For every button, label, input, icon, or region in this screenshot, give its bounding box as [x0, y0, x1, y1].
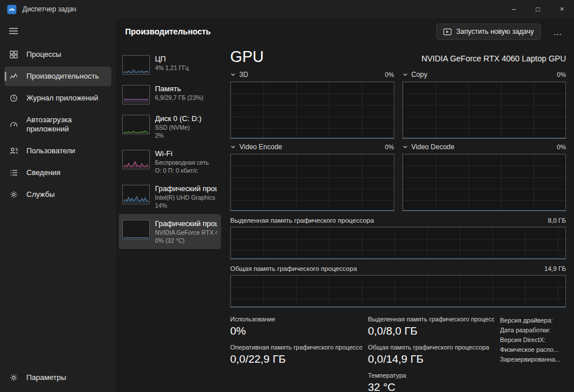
- stat-usage: Использование 0%: [230, 316, 368, 337]
- info-label: Физическое распо...: [500, 345, 566, 355]
- details-icon: [9, 169, 18, 177]
- perf-item-name: ЦП: [155, 54, 217, 64]
- perf-item-gpu-intel[interactable]: Графический процессор Intel(R) UHD Graph…: [119, 179, 221, 214]
- close-button[interactable]: ×: [550, 0, 574, 18]
- chevron-down-icon[interactable]: [230, 72, 236, 77]
- perf-item-detail: О: 0 П: 0 кбит/с: [155, 166, 217, 174]
- gpu-device-name: NVIDIA GeForce RTX 4060 Laptop GPU: [421, 54, 566, 67]
- stat-shared-memory: Общая память графического процессора 0,0…: [368, 344, 500, 366]
- sidebar-item-startup-apps[interactable]: Автозагрузка приложений: [5, 110, 111, 139]
- perf-item-wifi[interactable]: Wi-Fi Беспроводная сеть О: 0 П: 0 кбит/с: [119, 144, 221, 179]
- chart-dedicated-memory: Выделенная память графического процессор…: [230, 211, 566, 259]
- sidebar-item-label: Производительность: [26, 72, 99, 81]
- window-title: Диспетчер задач: [22, 5, 76, 13]
- chart-canvas-shared-memory: [230, 275, 566, 308]
- hamburger-icon: [9, 28, 18, 34]
- chart-percent: 0%: [385, 71, 394, 78]
- sidebar-item-app-history[interactable]: Журнал приложений: [5, 88, 111, 108]
- sidebar: Процессы Производительность Журнал прило…: [0, 18, 116, 392]
- perf-item-detail: 4% 1,21 ГГц: [155, 64, 217, 72]
- more-options-button[interactable]: …: [550, 26, 566, 38]
- info-label: Дата разработки:: [500, 325, 566, 335]
- processes-icon: [9, 51, 18, 59]
- perf-item-cpu[interactable]: ЦП 4% 1,21 ГГц: [119, 49, 221, 79]
- users-icon: [9, 147, 18, 155]
- sidebar-item-users[interactable]: Пользователи: [5, 141, 111, 161]
- chevron-down-icon[interactable]: [230, 145, 236, 149]
- page-title: Производительность: [125, 27, 211, 36]
- wifi-mini-chart: [122, 150, 150, 169]
- perf-item-name: Память: [155, 84, 217, 94]
- chart-shared-memory: Общая память графического процессора 14,…: [230, 259, 566, 308]
- window-controls: – □ ×: [502, 0, 574, 18]
- gpu-stats: Использование 0% Оперативная память граф…: [230, 316, 566, 392]
- sidebar-item-label: Автозагрузка приложений: [26, 115, 107, 134]
- cpu-mini-chart: [122, 55, 150, 75]
- perf-item-detail: SSD (NVMe): [155, 123, 217, 131]
- perf-item-detail: 14%: [155, 201, 217, 209]
- gpu-nvidia-mini-chart: [122, 220, 150, 239]
- content-header: Производительность Запустить новую задач…: [116, 18, 574, 45]
- maximize-button[interactable]: □: [526, 0, 550, 18]
- chart-percent: 0%: [557, 143, 566, 150]
- sidebar-item-label: Пользователи: [26, 146, 75, 156]
- chart-percent: 0%: [557, 71, 566, 78]
- sidebar-item-processes[interactable]: Процессы: [5, 45, 111, 64]
- perf-item-detail: NVIDIA GeForce RTX 4060 Laptop GPU: [155, 228, 217, 236]
- startup-icon: [9, 121, 18, 129]
- info-label: Зарезервированна...: [500, 355, 566, 364]
- gpu-title: GPU: [230, 47, 264, 67]
- perf-item-disk[interactable]: Диск 0 (C: D:) SSD (NVMe) 2%: [119, 109, 221, 144]
- chart-label: 3D: [239, 71, 248, 79]
- memory-mini-chart: [122, 85, 150, 104]
- sidebar-item-performance[interactable]: Производительность: [5, 67, 111, 86]
- chart-label: Video Encode: [239, 143, 282, 151]
- chart-label: Общая память графического процессора: [230, 265, 357, 272]
- sidebar-item-label: Процессы: [26, 50, 61, 59]
- perf-item-detail: Беспроводная сеть: [155, 158, 217, 166]
- perf-item-detail: Intel(R) UHD Graphics: [155, 193, 217, 201]
- titlebar: Диспетчер задач – □ ×: [0, 0, 574, 18]
- menu-button[interactable]: [5, 23, 111, 39]
- perf-item-name: Диск 0 (C: D:): [155, 114, 217, 123]
- chart-copy: Copy 0%: [402, 67, 567, 139]
- chart-canvas-copy: [402, 81, 567, 139]
- perf-item-detail: 2%: [155, 131, 217, 139]
- disk-mini-chart: [122, 115, 150, 134]
- run-new-task-icon: [443, 28, 452, 36]
- sidebar-item-label: Журнал приложений: [26, 94, 98, 103]
- services-icon: [9, 191, 18, 199]
- perf-item-memory[interactable]: Память 6,9/29,7 ГБ (23%): [119, 79, 221, 109]
- chart-canvas-video-decode: [402, 154, 567, 211]
- stat-gpu-ram: Оперативная память графического процессо…: [230, 344, 368, 366]
- chart-canvas-3d: [230, 81, 394, 139]
- run-new-task-button[interactable]: Запустить новую задачу: [436, 24, 541, 40]
- task-manager-window: Диспетчер задач – □ × П: [0, 0, 574, 392]
- chevron-down-icon[interactable]: [402, 72, 408, 77]
- minimize-button[interactable]: –: [502, 0, 526, 18]
- sidebar-item-services[interactable]: Службы: [5, 185, 111, 204]
- info-label: Версия DirectX:: [500, 335, 566, 345]
- stat-dedicated-memory: Выделенная память графического процессор…: [368, 316, 500, 337]
- chevron-down-icon[interactable]: [402, 145, 408, 149]
- sidebar-item-details[interactable]: Сведения: [5, 163, 111, 183]
- gpu-info-column: Версия драйвера: Дата разработки: Версия…: [500, 316, 566, 392]
- perf-item-detail: 0% (32 °C): [155, 236, 217, 244]
- chart-3d: 3D 0%: [230, 67, 394, 139]
- chart-percent: 0%: [385, 143, 394, 150]
- perf-item-name: Графический процессор: [155, 184, 217, 193]
- chart-video-decode: Video Decode 0%: [402, 139, 567, 211]
- stat-temperature: Температура 32 °C: [368, 372, 500, 392]
- sidebar-item-settings[interactable]: Параметры: [5, 368, 111, 387]
- chart-label: Copy: [412, 71, 428, 79]
- perf-item-gpu-nvidia[interactable]: Графический процессор NVIDIA GeForce RTX…: [119, 214, 221, 249]
- info-label: Версия драйвера:: [500, 316, 566, 325]
- gpu-intel-mini-chart: [122, 185, 150, 204]
- sidebar-item-label: Службы: [26, 190, 55, 199]
- performance-list: ЦП 4% 1,21 ГГц Память 6,9/29,7 ГБ (23%): [119, 45, 221, 392]
- gpu-detail-panel: GPU NVIDIA GeForce RTX 4060 Laptop GPU 3…: [221, 45, 574, 392]
- chart-label: Выделенная память графического процессор…: [230, 217, 374, 224]
- chart-label: Video Decode: [412, 143, 455, 151]
- chart-canvas-video-encode: [230, 154, 394, 211]
- sidebar-item-label: Параметры: [26, 373, 66, 382]
